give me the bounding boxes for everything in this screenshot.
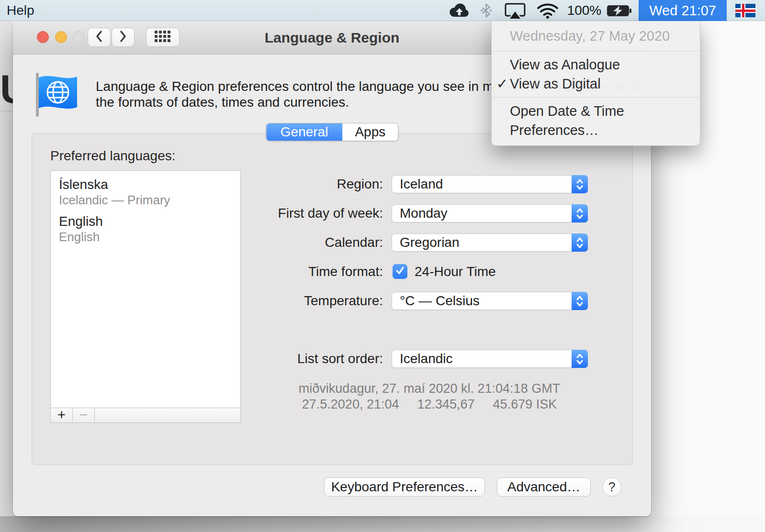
sample-currency: 45.679 ISK (493, 397, 557, 411)
show-all-button[interactable] (146, 28, 180, 47)
chevron-right-icon (119, 30, 127, 44)
checkmark-icon (394, 265, 405, 278)
stepper-arrows-icon (572, 233, 588, 252)
stepper-arrows-icon (572, 175, 588, 193)
clock-dropdown-menu: Wednesday, 27 May 2020 View as Analogue … (491, 21, 700, 146)
grid-icon (155, 31, 171, 44)
stepper-arrows-icon (572, 292, 588, 310)
menu-bar-status-items: 100% Wed 21:07 (448, 0, 765, 21)
first-day-popup[interactable]: Monday (392, 204, 588, 222)
time-format-label: Time format: (13, 263, 383, 281)
chevron-left-icon (95, 30, 103, 44)
region-value: Iceland (400, 177, 443, 191)
menu-item-label: Open Date & Time Preferences… (510, 101, 700, 140)
language-region-flag-icon (34, 72, 79, 120)
region-popup[interactable]: Iceland (392, 175, 588, 193)
desktop-bottom-area (0, 516, 765, 532)
temperature-value: °C — Celsius (400, 293, 480, 308)
first-day-label: First day of week: (13, 204, 383, 222)
bluetooth-icon[interactable] (481, 3, 492, 18)
sample-full-date: miðvikudagur, 27. maí 2020 kl. 21:04:18 … (267, 381, 592, 396)
tab-apps[interactable]: Apps (342, 123, 398, 141)
toolbar-filler (95, 408, 240, 422)
menu-item-view-digital[interactable]: ✓ View as Digital (492, 74, 700, 93)
menu-item-view-analogue[interactable]: View as Analogue (492, 55, 700, 74)
24-hour-checkbox-label: 24-Hour Time (415, 264, 496, 279)
menu-separator (492, 51, 700, 51)
temperature-popup[interactable]: °C — Celsius (392, 292, 588, 310)
battery-percent: 100% (567, 3, 602, 18)
menu-help[interactable]: Help (7, 0, 34, 21)
sort-order-popup[interactable]: Icelandic (392, 350, 588, 368)
back-button[interactable] (88, 28, 111, 47)
iceland-flag-icon[interactable] (735, 4, 755, 17)
help-button[interactable]: ? (602, 477, 621, 497)
forward-button[interactable] (112, 28, 135, 47)
airplay-display-icon[interactable] (504, 2, 526, 19)
region-label: Region: (13, 175, 383, 193)
background-partial-text: Up (0, 67, 13, 115)
menu-item-label: View as Digital (510, 74, 601, 93)
24-hour-checkbox[interactable] (393, 264, 407, 279)
wifi-icon[interactable] (537, 2, 559, 19)
tab-bar: General Apps (266, 123, 398, 141)
menu-bar: Help (0, 0, 765, 21)
flag-red-horizontal (735, 10, 755, 12)
minimize-button[interactable] (55, 31, 67, 43)
menu-item-open-date-time-preferences[interactable]: Open Date & Time Preferences… (492, 101, 700, 140)
sort-order-label: List sort order: (13, 350, 383, 368)
advanced-button[interactable]: Advanced… (497, 477, 591, 497)
sample-formats-row: 27.5.2020, 21:0412.345,6745.679 ISK (267, 397, 592, 412)
menu-separator (492, 97, 700, 98)
battery-charging-icon[interactable] (607, 5, 629, 16)
menu-date-header: Wednesday, 27 May 2020 (492, 25, 700, 47)
add-language-button[interactable]: + (51, 408, 73, 422)
calendar-value: Gregorian (400, 235, 460, 250)
sample-number: 12.345,67 (417, 397, 474, 411)
calendar-label: Calendar: (13, 233, 383, 252)
first-day-value: Monday (400, 206, 448, 221)
checkmark-slot (496, 101, 510, 140)
keyboard-preferences-button[interactable]: Keyboard Preferences… (324, 477, 485, 497)
language-list-toolbar: + − (50, 408, 241, 423)
checkmark-icon: ✓ (496, 74, 510, 93)
temperature-label: Temperature: (13, 292, 383, 310)
zoom-button (73, 31, 85, 43)
stepper-arrows-icon (572, 204, 588, 222)
cloud-upload-icon[interactable] (448, 3, 470, 18)
background-divider (0, 111, 13, 111)
calendar-popup[interactable]: Gregorian (392, 233, 588, 252)
clock-menu-item[interactable]: Wed 21:07 (639, 0, 727, 21)
menu-item-label: View as Analogue (510, 55, 620, 74)
tab-general[interactable]: General (266, 123, 343, 141)
checkmark-slot (496, 55, 510, 74)
remove-language-button[interactable]: − (73, 408, 95, 422)
screen: Up Language & Region (0, 0, 765, 532)
stepper-arrows-icon (572, 350, 588, 368)
sort-order-value: Icelandic (400, 351, 453, 366)
battery-nub (630, 9, 631, 13)
sample-short-date: 27.5.2020, 21:04 (302, 397, 399, 411)
close-button[interactable] (37, 31, 49, 43)
preferred-languages-label: Preferred languages: (50, 148, 176, 164)
